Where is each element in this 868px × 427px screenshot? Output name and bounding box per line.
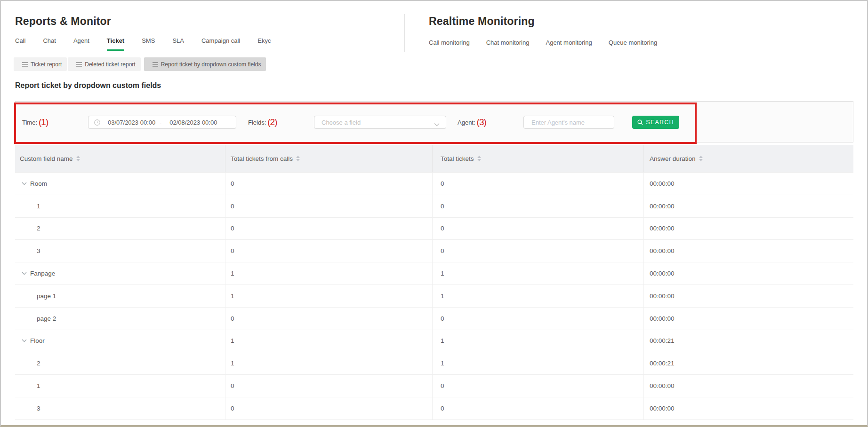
- table-header-row: Custom field name Total tickets from cal…: [15, 145, 853, 173]
- custom-field-name: Fanpage: [30, 270, 55, 277]
- table-row: page 1 1 1 00:00:00: [15, 285, 853, 308]
- table-body: Room 0 0 00:00:00 1 0 0 00:00:00 2 0 0 0…: [15, 173, 853, 420]
- total-tickets-from-calls-value: 0: [225, 218, 432, 240]
- chevron-down-icon[interactable]: [22, 339, 27, 342]
- answer-duration-value: 00:00:00: [643, 285, 853, 307]
- date-range-input[interactable]: 03/07/2023 00:00 - 02/08/2023 00:00: [88, 116, 236, 129]
- reports-title: Reports & Monitor: [15, 15, 111, 28]
- table-row-group: Fanpage 1 1 00:00:00: [15, 262, 853, 285]
- search-button-label: SEARCH: [646, 119, 674, 126]
- total-tickets-from-calls-value: 1: [225, 285, 432, 307]
- custom-field-name: page 2: [20, 315, 56, 322]
- tab-call[interactable]: Call: [15, 36, 25, 51]
- sort-icon[interactable]: [296, 156, 300, 161]
- column-header-total-tickets[interactable]: Total tickets: [432, 145, 643, 172]
- sort-icon[interactable]: [699, 156, 703, 161]
- total-tickets-value: 1: [432, 352, 643, 374]
- table-row: 1 0 0 00:00:00: [15, 375, 853, 397]
- table-row: 3 0 0 00:00:00: [15, 397, 853, 420]
- search-icon: [637, 119, 643, 125]
- monitoring-title: Realtime Monitoring: [429, 15, 535, 28]
- agent-label: Agent:: [458, 119, 475, 126]
- custom-field-name: page 1: [20, 293, 56, 300]
- table-row-group: Floor 1 1 00:00:21: [15, 330, 853, 353]
- clock-icon: [94, 119, 100, 126]
- filter-panel: Time: (1) 03/07/2023 00:00 - 02/08/2023 …: [15, 101, 853, 142]
- field-select[interactable]: Choose a field: [314, 116, 446, 129]
- custom-field-name: 3: [20, 247, 40, 254]
- table-row: 3 0 0 00:00:00: [15, 240, 853, 262]
- total-tickets-from-calls-value: 0: [225, 308, 432, 330]
- custom-field-name: 2: [20, 225, 40, 232]
- annotation-2: (2): [267, 117, 277, 127]
- agent-input-placeholder: Enter Agent's name: [531, 119, 585, 126]
- total-tickets-value: 1: [432, 330, 643, 352]
- time-filter-label: Time: (1): [22, 117, 48, 127]
- total-tickets-from-calls-value: 0: [225, 195, 432, 217]
- answer-duration-value: 00:00:00: [643, 218, 853, 240]
- total-tickets-value: 1: [432, 262, 643, 285]
- annotation-3: (3): [477, 117, 486, 127]
- custom-field-name: 1: [20, 203, 40, 210]
- subtab-report-ticket-by-dropdown-custom-fields[interactable]: Report ticket by dropdown custom fields: [144, 57, 266, 71]
- custom-field-name: Floor: [30, 337, 45, 344]
- total-tickets-value: 0: [432, 218, 643, 240]
- total-tickets-from-calls-value: 1: [225, 262, 432, 285]
- column-header-custom-field-name[interactable]: Custom field name: [15, 145, 225, 172]
- header-divider: [404, 14, 405, 52]
- tab-agent[interactable]: Agent: [73, 36, 89, 51]
- total-tickets-from-calls-value: 1: [225, 352, 432, 374]
- column-label: Answer duration: [650, 155, 696, 162]
- table-row: page 2 0 0 00:00:00: [15, 308, 853, 330]
- chevron-down-icon[interactable]: [22, 182, 27, 185]
- custom-field-name: 2: [20, 360, 40, 367]
- answer-duration-value: 00:00:21: [643, 352, 853, 374]
- answer-duration-value: 00:00:00: [643, 375, 853, 397]
- chevron-down-icon: [434, 121, 440, 128]
- answer-duration-value: 00:00:00: [643, 240, 853, 262]
- tab-campaign-call[interactable]: Campaign call: [201, 36, 240, 51]
- total-tickets-from-calls-value: 1: [225, 330, 432, 352]
- subtab-label: Ticket report: [31, 61, 62, 68]
- tab-sms[interactable]: SMS: [142, 36, 155, 51]
- tab-agent-monitoring[interactable]: Agent monitoring: [546, 38, 592, 51]
- date-to-value: 02/08/2023 00:00: [169, 119, 217, 126]
- fields-filter-label: Fields: (2): [248, 117, 277, 127]
- chevron-down-icon[interactable]: [22, 272, 27, 275]
- tab-ekyc[interactable]: Ekyc: [257, 36, 271, 51]
- column-header-answer-duration[interactable]: Answer duration: [643, 145, 853, 172]
- tab-queue-monitoring[interactable]: Queue monitoring: [609, 38, 657, 51]
- total-tickets-value: 0: [432, 375, 643, 397]
- search-button[interactable]: SEARCH: [632, 116, 679, 129]
- page-title: Report ticket by dropdown custom fields: [15, 81, 867, 90]
- total-tickets-from-calls-value: 0: [225, 173, 432, 195]
- total-tickets-from-calls-value: 0: [225, 240, 432, 262]
- total-tickets-value: 1: [432, 285, 643, 307]
- field-select-placeholder: Choose a field: [321, 119, 361, 126]
- total-tickets-value: 0: [432, 397, 643, 419]
- tab-sla[interactable]: SLA: [172, 36, 184, 51]
- answer-duration-value: 00:00:00: [643, 308, 853, 330]
- tab-chat[interactable]: Chat: [43, 36, 56, 51]
- sort-icon[interactable]: [76, 156, 80, 161]
- date-separator: -: [157, 119, 164, 126]
- header: Reports & Monitor Call Chat Agent Ticket…: [15, 1, 853, 51]
- total-tickets-value: 0: [432, 308, 643, 330]
- sort-icon[interactable]: [477, 156, 481, 161]
- time-label: Time:: [22, 119, 37, 126]
- reports-tabs: Call Chat Agent Ticket SMS SLA Campaign …: [15, 36, 271, 51]
- tab-chat-monitoring[interactable]: Chat monitoring: [486, 38, 530, 51]
- custom-field-name: Room: [30, 180, 47, 187]
- subtab-deleted-ticket-report[interactable]: Deleted ticket report: [68, 57, 140, 71]
- tab-call-monitoring[interactable]: Call monitoring: [429, 38, 470, 51]
- list-icon: [22, 62, 28, 67]
- total-tickets-from-calls-value: 0: [225, 375, 432, 397]
- fields-label: Fields:: [248, 119, 266, 126]
- agent-name-input[interactable]: Enter Agent's name: [523, 116, 614, 129]
- tab-ticket[interactable]: Ticket: [107, 36, 124, 51]
- column-header-total-tickets-from-calls[interactable]: Total tickets from calls: [225, 145, 432, 172]
- total-tickets-from-calls-value: 0: [225, 397, 432, 419]
- subtab-ticket-report[interactable]: Ticket report: [14, 57, 67, 71]
- page: Reports & Monitor Call Chat Agent Ticket…: [0, 0, 868, 427]
- list-icon: [153, 62, 158, 67]
